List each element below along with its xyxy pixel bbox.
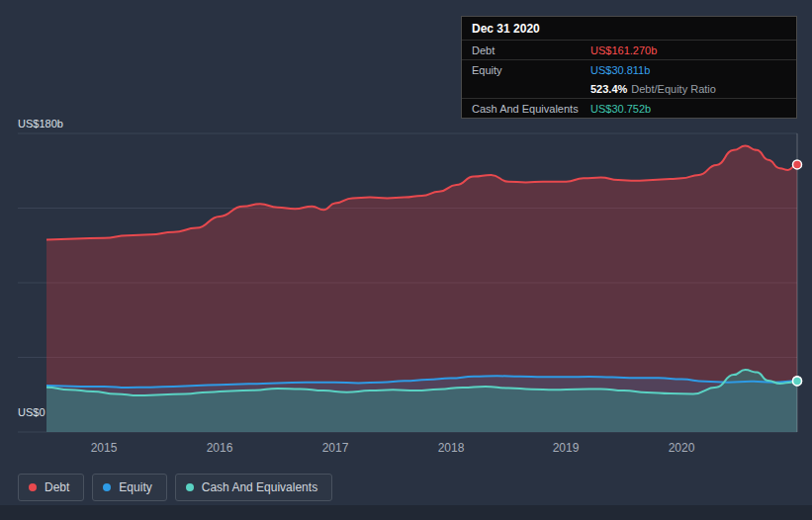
legend-label-debt: Debt bbox=[45, 480, 69, 494]
tooltip-equity-label: Equity bbox=[462, 64, 590, 76]
legend-item-debt[interactable]: Debt bbox=[18, 474, 84, 501]
tooltip-row-debt: Debt US$161.270b bbox=[462, 41, 796, 60]
x-tick-2015: 2015 bbox=[91, 441, 118, 455]
y-axis-label-max: US$180b bbox=[18, 118, 63, 130]
legend-label-equity: Equity bbox=[119, 480, 151, 494]
tooltip-row-equity: Equity US$30.811b bbox=[462, 60, 796, 79]
x-tick-2020: 2020 bbox=[669, 441, 695, 455]
tooltip-date: Dec 31 2020 bbox=[462, 17, 796, 41]
legend: Debt Equity Cash And Equivalents bbox=[18, 474, 332, 501]
cash-endpoint-marker bbox=[793, 377, 802, 386]
tooltip-debt-label: Debt bbox=[462, 44, 590, 56]
tooltip-ratio-text: Debt/Equity Ratio bbox=[631, 83, 716, 95]
tooltip-ratio-value: 523.4% bbox=[590, 83, 627, 95]
bottom-panel-edge bbox=[0, 505, 812, 520]
legend-item-equity[interactable]: Equity bbox=[92, 474, 166, 501]
equity-series-dot-icon bbox=[103, 483, 111, 491]
x-tick-2018: 2018 bbox=[438, 441, 465, 455]
tooltip-debt-value: US$161.270b bbox=[590, 44, 657, 56]
x-tick-2016: 2016 bbox=[207, 441, 233, 455]
tooltip-row-cash: Cash And Equivalents US$30.752b bbox=[462, 99, 796, 118]
x-tick-2019: 2019 bbox=[553, 441, 580, 455]
legend-label-cash: Cash And Equivalents bbox=[202, 480, 317, 494]
tooltip-cash-value: US$30.752b bbox=[590, 103, 651, 115]
tooltip-equity-value: US$30.811b bbox=[590, 64, 650, 76]
y-axis-label-min: US$0 bbox=[18, 406, 45, 418]
cash-series-dot-icon bbox=[186, 483, 194, 491]
debt-equity-history-panel: US$180b US$0 2015 2016 2017 2018 2019 20… bbox=[0, 0, 812, 520]
tooltip: Dec 31 2020 Debt US$161.270b Equity US$3… bbox=[461, 16, 797, 119]
x-tick-2017: 2017 bbox=[322, 441, 349, 455]
debt-series-dot-icon bbox=[29, 483, 37, 491]
tooltip-cash-label: Cash And Equivalents bbox=[462, 103, 590, 115]
tooltip-row-ratio: 523.4% Debt/Equity Ratio bbox=[462, 79, 796, 99]
debt-endpoint-marker bbox=[793, 160, 802, 169]
legend-item-cash[interactable]: Cash And Equivalents bbox=[175, 474, 332, 501]
